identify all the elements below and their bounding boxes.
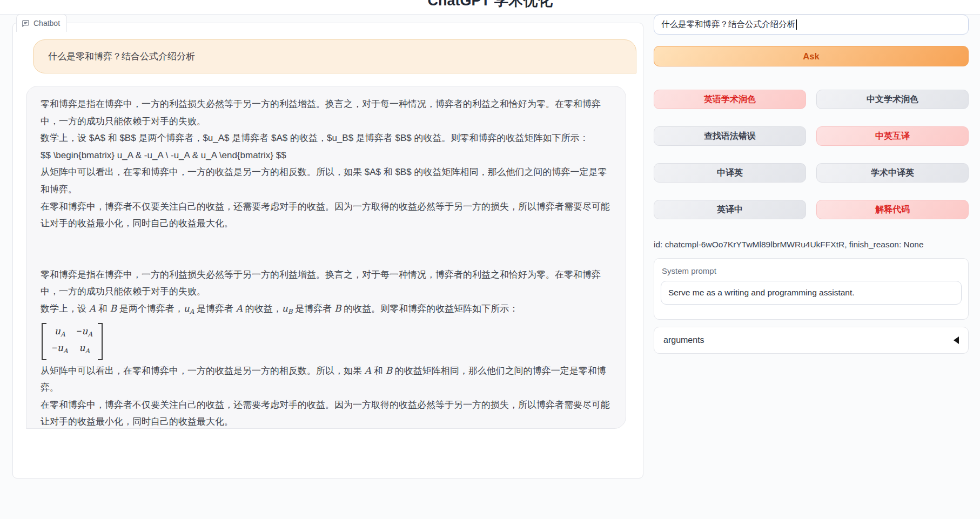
quick-button-chinese-to-english[interactable]: 中译英 <box>654 163 806 183</box>
inline-math: uA <box>79 343 90 353</box>
matrix-cell: uA <box>52 325 68 341</box>
quick-button-chinese-academic-polish[interactable]: 中文学术润色 <box>816 90 969 109</box>
ask-button[interactable]: Ask <box>654 46 969 66</box>
chatbot-panel: Chatbot 什么是零和博弈？结合公式介绍分析 零和博弈是指在博弈中，一方的利… <box>12 23 643 478</box>
inline-math: B <box>334 304 341 314</box>
inline-math: B <box>110 304 117 314</box>
inline-math: A <box>89 304 96 314</box>
top-strip: ChatGPT 学术优化 <box>0 0 980 15</box>
quick-button-find-grammar-errors[interactable]: 查找语法错误 <box>654 126 806 146</box>
inline-math: B <box>385 366 392 376</box>
accordion-caret-icon <box>954 336 959 344</box>
arguments-accordion-label: arguments <box>663 335 704 345</box>
quick-button-chinese-english-mutual-translate[interactable]: 中英互译 <box>816 126 969 146</box>
message-paragraph: 在零和博弈中，博弈者不仅要关注自己的收益，还需要考虑对手的收益。因为一方取得的收… <box>41 198 612 232</box>
block-spacer <box>41 232 612 266</box>
inline-math: uA <box>184 304 194 314</box>
page-title: ChatGPT 学术优化 <box>0 0 980 10</box>
message-paragraph: 在零和博弈中，博弈者不仅要关注自己的收益，还需要考虑对手的收益。因为一方取得的收… <box>41 396 612 429</box>
message-paragraph: 从矩阵中可以看出，在零和博弈中，一方的收益是另一方的相反数。所以，如果 $A$ … <box>41 164 612 198</box>
inline-math: A <box>236 304 243 314</box>
matrix-cell: uA <box>77 341 93 358</box>
user-message-text: 什么是零和博弈？结合公式介绍分析 <box>48 50 195 63</box>
matrix-right-bracket <box>98 323 103 360</box>
matrix-cells: uA−uA−uAuA <box>46 323 98 360</box>
quick-button-english-to-chinese[interactable]: 英译中 <box>654 200 806 219</box>
matrix-left-bracket <box>42 323 46 360</box>
message-paragraph: $$ \begin{bmatrix} u_A & -u_A \ -u_A & u… <box>41 147 612 164</box>
inline-math: A <box>365 366 371 376</box>
quick-button-academic-chinese-to-english[interactable]: 学术中译英 <box>816 163 969 183</box>
inline-math: uA <box>55 326 65 336</box>
message-paragraph: 零和博弈是指在博弈中，一方的利益损失必然等于另一方的利益增益。换言之，对于每一种… <box>41 96 612 130</box>
matrix-cell: −uA <box>52 341 68 358</box>
text-cursor <box>796 19 797 30</box>
quick-button-explain-code[interactable]: 解释代码 <box>816 200 969 219</box>
matrix-cell: −uA <box>77 325 93 341</box>
user-message-bubble: 什么是零和博弈？结合公式介绍分析 <box>33 39 636 73</box>
payoff-matrix: uA−uA−uAuA <box>42 323 103 360</box>
quick-button-grid: 英语学术润色中文学术润色查找语法错误中英互译中译英学术中译英英译中解释代码 <box>654 90 969 219</box>
inline-math: −uA <box>52 343 68 353</box>
system-prompt-input[interactable] <box>661 281 962 305</box>
query-input-value: 什么是零和博弈？结合公式介绍分析 <box>661 19 795 30</box>
chat-bubble-icon <box>22 19 30 28</box>
message-paragraph: 数学上，设 A 和 B 是两个博弈者，uA 是博弈者 A 的收益，uB 是博弈者… <box>41 300 612 321</box>
quick-button-english-academic-polish[interactable]: 英语学术润色 <box>654 90 806 109</box>
inline-math: −uA <box>77 326 93 336</box>
inline-math: uB <box>282 304 293 314</box>
message-paragraph: 从矩阵中可以看出，在零和博弈中，一方的收益是另一方的相反数。所以，如果 A 和 … <box>41 362 612 396</box>
response-status-text: id: chatcmpl-6wOo7KrYTwMl89lbrMWRu4UkFFX… <box>654 240 969 250</box>
system-prompt-card: System prompt <box>654 258 969 320</box>
chatbot-label-tab: Chatbot <box>16 14 67 32</box>
arguments-accordion-header[interactable]: arguments <box>654 327 969 354</box>
message-paragraph: 数学上，设 $A$ 和 $B$ 是两个博弈者，$u_A$ 是博弈者 $A$ 的收… <box>41 130 612 147</box>
system-prompt-label: System prompt <box>662 266 962 275</box>
bot-message-raw-block: 零和博弈是指在博弈中，一方的利益损失必然等于另一方的利益增益。换言之，对于每一种… <box>41 96 612 232</box>
chatbot-label: Chatbot <box>33 19 60 28</box>
bot-message-rendered-block: 零和博弈是指在博弈中，一方的利益损失必然等于另一方的利益增益。换言之，对于每一种… <box>41 266 612 429</box>
bot-message-bubble: 零和博弈是指在博弈中，一方的利益损失必然等于另一方的利益增益。换言之，对于每一种… <box>26 86 626 429</box>
query-input[interactable]: 什么是零和博弈？结合公式介绍分析 <box>654 15 969 35</box>
message-paragraph: 零和博弈是指在博弈中，一方的利益损失必然等于另一方的利益增益。换言之，对于每一种… <box>41 266 612 300</box>
